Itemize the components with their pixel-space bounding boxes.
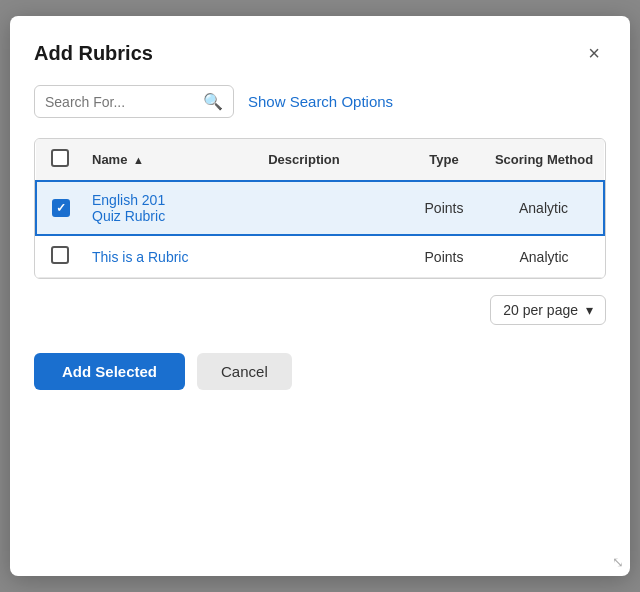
- search-icon: 🔍: [203, 92, 223, 111]
- header-name: Name ▲: [84, 139, 204, 181]
- row-name-1[interactable]: English 201 Quiz Rubric: [84, 181, 204, 235]
- table-body: English 201 Quiz Rubric Points Analytic …: [36, 181, 604, 278]
- header-scoring: Scoring Method: [484, 139, 604, 181]
- row-description-1: [204, 181, 404, 235]
- close-button[interactable]: ×: [582, 40, 606, 67]
- row-type-2: Points: [404, 235, 484, 278]
- add-rubrics-modal: Add Rubrics × 🔍 Show Search Options Name…: [10, 16, 630, 576]
- header-check: [36, 139, 84, 181]
- search-row: 🔍 Show Search Options: [34, 85, 606, 118]
- rubrics-table: Name ▲ Description Type Scoring Method E…: [35, 139, 605, 278]
- show-search-options-link[interactable]: Show Search Options: [248, 93, 393, 110]
- table-row: English 201 Quiz Rubric Points Analytic: [36, 181, 604, 235]
- select-all-checkbox[interactable]: [51, 149, 69, 167]
- row-description-2: [204, 235, 404, 278]
- header-type: Type: [404, 139, 484, 181]
- pagination-row: 20 per page ▾: [34, 295, 606, 325]
- modal-header: Add Rubrics ×: [34, 40, 606, 67]
- rubrics-table-wrapper: Name ▲ Description Type Scoring Method E…: [34, 138, 606, 279]
- cancel-button[interactable]: Cancel: [197, 353, 292, 390]
- row-scoring-1: Analytic: [484, 181, 604, 235]
- search-box: 🔍: [34, 85, 234, 118]
- modal-title: Add Rubrics: [34, 42, 153, 65]
- row-checkbox-2[interactable]: [51, 246, 69, 264]
- add-selected-button[interactable]: Add Selected: [34, 353, 185, 390]
- table-row: This is a Rubric Points Analytic: [36, 235, 604, 278]
- row-type-1: Points: [404, 181, 484, 235]
- header-description: Description: [204, 139, 404, 181]
- row-checkbox-cell: [36, 235, 84, 278]
- row-name-2[interactable]: This is a Rubric: [84, 235, 204, 278]
- resize-handle-icon[interactable]: ⤡: [612, 554, 624, 570]
- row-checkbox-cell: [36, 181, 84, 235]
- per-page-selector[interactable]: 20 per page ▾: [490, 295, 606, 325]
- per-page-label: 20 per page: [503, 302, 578, 318]
- table-header: Name ▲ Description Type Scoring Method: [36, 139, 604, 181]
- row-checkbox-1[interactable]: [52, 199, 70, 217]
- search-input[interactable]: [45, 94, 199, 110]
- sort-arrow-icon: ▲: [133, 154, 144, 166]
- chevron-down-icon: ▾: [586, 302, 593, 318]
- footer-buttons: Add Selected Cancel: [34, 353, 606, 390]
- row-scoring-2: Analytic: [484, 235, 604, 278]
